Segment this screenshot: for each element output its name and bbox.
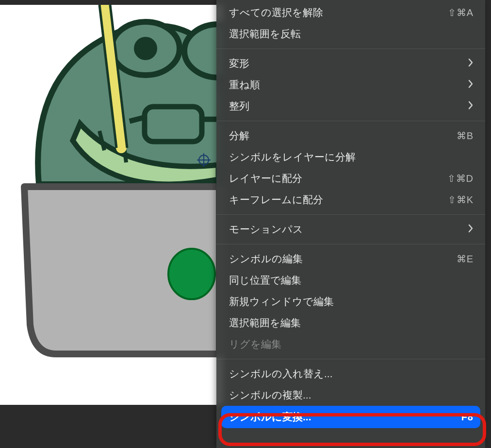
menu-item[interactable]: シンボルの編集⌘E	[216, 248, 485, 270]
menu-item-label: キーフレームに配分	[229, 193, 323, 207]
menu-item[interactable]: レイヤーに配分⇧⌘D	[216, 168, 485, 189]
menu-item[interactable]: シンボルに変換...F8	[221, 406, 480, 428]
menu-item[interactable]: 選択範囲を反転	[216, 23, 485, 45]
menu-item-label: 変形	[229, 57, 249, 70]
frog-illustration	[0, 5, 223, 405]
menu-item-shortcut: ⇧⌘K	[448, 194, 474, 206]
menu-separator	[216, 48, 485, 49]
chevron-right-icon	[468, 58, 474, 69]
menu-item[interactable]: すべての選択を解除⇧⌘A	[216, 2, 485, 23]
menu-item[interactable]: シンボルの複製...	[216, 384, 485, 406]
menu-item[interactable]: モーションパス	[216, 219, 485, 240]
chevron-right-icon	[468, 79, 474, 91]
menu-item[interactable]: 重ね順	[216, 74, 485, 96]
menu-item-label: レイヤーに配分	[229, 172, 302, 185]
chevron-right-icon	[468, 100, 474, 112]
menu-item[interactable]: 同じ位置で編集	[216, 270, 485, 291]
menu-separator	[216, 244, 485, 244]
menu-item[interactable]: 分解⌘B	[216, 125, 485, 146]
menu-item-label: 選択範囲を反転	[229, 27, 301, 41]
menu-item[interactable]: 整列	[216, 96, 485, 117]
menu-item-label: シンボルの複製...	[229, 388, 311, 402]
menu-separator	[216, 121, 485, 121]
menu-item[interactable]: シンボルの入れ替え...	[216, 363, 485, 384]
menu-item-shortcut: ⇧⌘D	[447, 173, 474, 184]
menu-item-label: 整列	[229, 99, 249, 113]
context-menu[interactable]: すべての選択を解除⇧⌘A選択範囲を反転変形重ね順整列分解⌘Bシンボルをレイヤーに…	[216, 0, 485, 448]
menu-item[interactable]: 変形	[216, 53, 485, 74]
svg-point-8	[168, 249, 215, 299]
chevron-right-icon	[468, 224, 474, 235]
menu-item[interactable]: 選択範囲を編集	[216, 312, 485, 334]
menu-item-label: 新規ウィンドウで編集	[229, 295, 334, 308]
menu-separator	[216, 359, 485, 359]
menu-separator	[216, 214, 485, 215]
svg-line-4	[130, 117, 145, 121]
svg-point-1	[134, 37, 157, 60]
menu-item-label: リグを編集	[229, 337, 281, 351]
menu-item-label: 分解	[229, 129, 249, 143]
menu-item-label: シンボルをレイヤーに分解	[229, 150, 356, 164]
menu-item[interactable]: キーフレームに配分⇧⌘K	[216, 189, 485, 210]
menu-item-label: シンボルの入れ替え...	[229, 367, 333, 381]
menu-item: リグを編集	[216, 334, 485, 355]
menu-item-shortcut: F8	[461, 412, 474, 423]
menu-item-label: モーションパス	[229, 223, 303, 236]
menu-item[interactable]: シンボルをレイヤーに分解	[216, 146, 485, 168]
menu-item-label: 重ね順	[229, 78, 260, 92]
menu-item-shortcut: ⇧⌘A	[448, 7, 474, 18]
menu-item-label: シンボルに変換...	[229, 410, 311, 424]
menu-item-shortcut: ⌘E	[457, 253, 474, 265]
menu-item-label: 選択範囲を編集	[229, 316, 301, 330]
canvas-area[interactable]	[0, 0, 218, 448]
artboard[interactable]	[0, 5, 223, 405]
menu-item-label: 同じ位置で編集	[229, 273, 301, 287]
menu-item-label: すべての選択を解除	[229, 6, 323, 19]
menu-item-shortcut: ⌘B	[457, 130, 474, 142]
menu-item-label: シンボルの編集	[229, 252, 303, 266]
menu-item[interactable]: 新規ウィンドウで編集	[216, 291, 485, 312]
